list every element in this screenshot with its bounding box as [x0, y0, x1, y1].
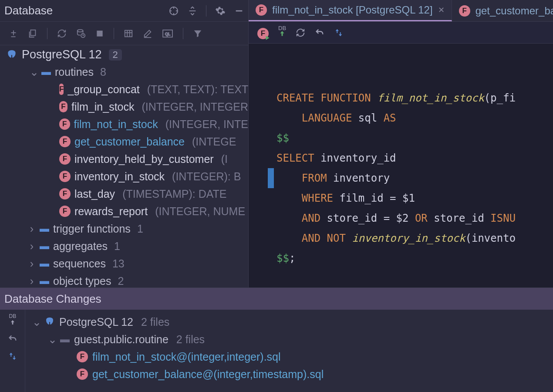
refresh-icon[interactable] [296, 28, 305, 37]
add-icon[interactable] [9, 29, 18, 38]
changes-folder-count: 2 files [176, 333, 205, 346]
postgres-icon [44, 317, 55, 327]
chevron-down-icon: ⌄ [48, 333, 56, 346]
function-icon: F [59, 153, 71, 165]
sidebar-header: Database [0, 0, 248, 22]
refresh-icon[interactable] [57, 29, 67, 38]
folder-icon: ▬ [40, 223, 49, 234]
changed-file-name: get_customer_balance@(integer,timestamp)… [92, 368, 324, 381]
close-icon[interactable]: ✕ [438, 5, 445, 15]
editor-pane: F film_not_in_stock [PostgreSQL 12] ✕ F … [248, 0, 553, 287]
tree-routine[interactable]: F_group_concat(TEXT, TEXT): TEXT [3, 81, 248, 98]
routine-name: last_day [74, 188, 115, 200]
database-tree: ⌄ ▬ routines 8 F_group_concat(TEXT, TEXT… [0, 62, 248, 287]
chevron-right-icon: › [28, 275, 36, 287]
changes-tree: ⌄ PostgreSQL 12 2 files ⌄ ▬ guest.public… [25, 310, 553, 392]
folder-icon: ▬ [60, 334, 70, 345]
routine-sig: (TIMESTAMP): DATE [122, 188, 226, 200]
folder-count: 1 [137, 223, 143, 235]
changes-db-count: 2 files [141, 316, 169, 328]
tree-routine[interactable]: Ffilm_not_in_stock(INTEGER, INTE [3, 115, 248, 133]
panel-title: Database Changes [0, 288, 553, 310]
routine-sig: (INTEGE [192, 135, 236, 148]
folder-label: sequences [53, 257, 106, 270]
datasource-row[interactable]: PostgreSQL 12 2 [0, 45, 248, 62]
routine-name: film_not_in_stock [74, 118, 158, 131]
svg-text:QL: QL [165, 31, 170, 36]
svg-rect-10 [30, 30, 35, 35]
target-icon[interactable] [169, 6, 179, 16]
revert-icon[interactable] [8, 334, 17, 344]
tree-folder[interactable]: ›▬object types2 [3, 272, 248, 287]
filter-icon[interactable] [193, 29, 202, 38]
sidebar-title: Database [4, 4, 53, 17]
code-line: $$ [276, 132, 289, 144]
db-submit-icon[interactable]: DB [9, 315, 16, 326]
editor-tab[interactable]: F film_not_in_stock [PostgreSQL 12] ✕ [249, 0, 452, 21]
tree-routine[interactable]: Flast_day(TIMESTAMP): DATE [3, 185, 248, 203]
console-icon[interactable]: QL [162, 29, 173, 38]
minimize-icon[interactable] [234, 6, 244, 16]
changes-db-row[interactable]: ⌄ PostgreSQL 12 2 files [30, 313, 553, 331]
tree-routine[interactable]: Finventory_held_by_customer(I [3, 150, 248, 168]
code-editor[interactable]: CREATE FUNCTION film_not_in_stock(p_fi L… [249, 44, 553, 287]
svg-rect-14 [125, 30, 132, 37]
collapse-icon[interactable] [188, 6, 197, 16]
undo-icon[interactable] [315, 28, 324, 37]
routine-name: film_in_stock [71, 101, 135, 113]
database-sidebar: Database QL [0, 0, 248, 287]
tree-routine[interactable]: Frewards_report(INTEGER, NUME [3, 203, 248, 220]
editor-tab[interactable]: F get_customer_ba [452, 0, 553, 21]
routine-sig: (INTEGER): B [172, 170, 241, 183]
db-refresh-icon[interactable] [76, 29, 86, 38]
tree-folder[interactable]: ›▬aggregates1 [3, 237, 248, 255]
function-icon: F [59, 136, 71, 147]
duplicate-icon[interactable] [28, 29, 37, 38]
chevron-right-icon: › [28, 240, 36, 253]
tree-folder[interactable]: ›▬trigger functions1 [3, 220, 248, 237]
code-line: FROM inventory [276, 172, 390, 184]
separator [47, 28, 47, 39]
folder-icon: ▬ [40, 275, 49, 287]
diff-icon[interactable] [8, 351, 17, 361]
gear-icon[interactable] [215, 6, 226, 16]
svg-rect-13 [97, 30, 102, 36]
changed-file-name: film_not_in_stock@(integer,integer).sql [92, 351, 281, 363]
tree-folder[interactable]: ›▬sequences13 [3, 255, 248, 272]
routine-name: get_customer_balance [74, 135, 185, 148]
changes-folder-row[interactable]: ⌄ ▬ guest.public.routine 2 files [30, 331, 553, 348]
code-line: LANGUAGE sql AS [276, 112, 396, 124]
tree-routines-folder[interactable]: ⌄ ▬ routines 8 [3, 63, 248, 81]
function-icon: F [59, 188, 71, 199]
routine-name: inventory_held_by_customer [74, 153, 214, 166]
folder-count: 2 [118, 275, 124, 287]
function-icon: F [59, 118, 70, 130]
separator [206, 5, 206, 17]
routine-name: rewards_report [74, 205, 148, 218]
tree-routine[interactable]: Ffilm_in_stock(INTEGER, INTEGER [3, 98, 248, 115]
changed-file-row[interactable]: F film_not_in_stock@(integer,integer).sq… [30, 348, 553, 365]
routine-sig: (INTEGER, INTEGER [142, 101, 248, 113]
routine-sig: (I [221, 153, 228, 166]
edit-icon[interactable] [143, 29, 152, 38]
separator [114, 28, 114, 39]
table-icon[interactable] [124, 29, 133, 38]
stop-icon[interactable] [95, 29, 104, 38]
database-changes-panel: Database Changes DB ⌄ PostgreSQL 12 2 fi… [0, 287, 553, 392]
datasource-name: PostgreSQL 12 [22, 48, 102, 61]
change-marker [268, 168, 274, 188]
run-icon[interactable]: F [257, 26, 269, 39]
tree-routine[interactable]: Finventory_in_stock(INTEGER): B [3, 168, 248, 185]
tree-routine[interactable]: Fget_customer_balance(INTEGE [3, 133, 248, 150]
routine-sig: (INTEGER, NUME [155, 205, 245, 218]
changes-folder-name: guest.public.routine [74, 333, 169, 346]
function-icon: F [256, 4, 267, 16]
db-upload-icon[interactable]: DB [278, 27, 286, 38]
changes-db-name: PostgreSQL 12 [59, 316, 133, 328]
folder-label: aggregates [53, 240, 108, 253]
folder-icon: ▬ [41, 66, 51, 78]
code-line: SELECT inventory_id [276, 152, 396, 164]
diff-icon[interactable] [334, 28, 344, 37]
routine-sig: (TEXT, TEXT): TEXT [147, 83, 248, 96]
changed-file-row[interactable]: F get_customer_balance@(integer,timestam… [30, 365, 553, 383]
